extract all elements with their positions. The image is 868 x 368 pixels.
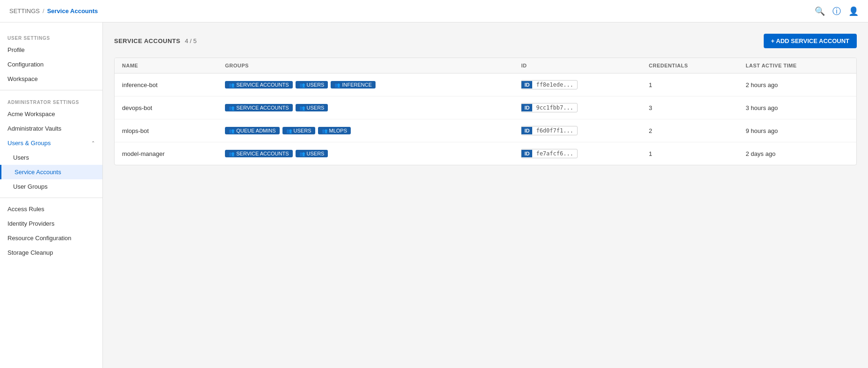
table-body: inference-bot👥SERVICE ACCOUNTS👥USERS👥INF… bbox=[115, 74, 856, 165]
id-label: ID bbox=[521, 127, 532, 134]
group-tag-label: MLOPS bbox=[329, 128, 347, 133]
group-tag-label: QUEUE ADMINS bbox=[236, 128, 275, 133]
add-service-account-button[interactable]: + ADD SERVICE ACCOUNT bbox=[764, 34, 857, 48]
sidebar-item-configuration[interactable]: Configuration bbox=[0, 57, 102, 72]
admin-settings-label: ADMINISTRATOR SETTINGS bbox=[0, 94, 102, 107]
col-name: NAME bbox=[115, 58, 217, 74]
group-tag-icon: 👥 bbox=[229, 128, 234, 133]
page-title: SERVICE ACCOUNTS bbox=[114, 37, 181, 44]
sidebar-item-admin-vaults[interactable]: Administrator Vaults bbox=[0, 121, 102, 136]
sidebar-item-user-groups[interactable]: User Groups bbox=[0, 179, 102, 194]
breadcrumb: SETTINGS / Service Accounts bbox=[9, 7, 98, 15]
breadcrumb-current: Service Accounts bbox=[47, 7, 98, 15]
cell-name: model-manager bbox=[115, 142, 217, 165]
id-badge[interactable]: IDfe7afcf6... bbox=[521, 149, 577, 158]
id-value: fe7afcf6... bbox=[532, 149, 577, 158]
group-tag[interactable]: 👥USERS bbox=[296, 81, 328, 88]
col-id: ID bbox=[514, 58, 641, 74]
group-tag-icon: 👥 bbox=[299, 82, 305, 88]
id-label: ID bbox=[521, 81, 532, 88]
cell-name: devops-bot bbox=[115, 96, 217, 119]
group-tag[interactable]: 👥SERVICE ACCOUNTS bbox=[225, 150, 292, 157]
id-badge[interactable]: ID9cc1fbb7... bbox=[521, 103, 577, 112]
help-icon[interactable]: ⓘ bbox=[832, 6, 841, 17]
group-tag-icon: 👥 bbox=[334, 82, 340, 88]
layout: USER SETTINGS Profile Configuration Work… bbox=[0, 22, 868, 368]
group-tag-label: INFERENCE bbox=[342, 82, 372, 88]
sidebar-item-access-rules[interactable]: Access Rules bbox=[0, 202, 102, 216]
sidebar-item-storage-cleanup[interactable]: Storage Cleanup bbox=[0, 245, 102, 260]
cell-credentials: 1 bbox=[641, 142, 738, 165]
id-label: ID bbox=[521, 104, 532, 111]
table-header: NAME GROUPS ID CREDENTIALS LAST ACTIVE T… bbox=[115, 58, 856, 74]
group-tag[interactable]: 👥SERVICE ACCOUNTS bbox=[225, 104, 292, 111]
group-tag-icon: 👥 bbox=[322, 128, 327, 133]
group-tag[interactable]: 👥USERS bbox=[296, 104, 328, 111]
id-badge[interactable]: IDf6d0f7f1... bbox=[521, 126, 577, 135]
id-value: f6d0f7f1... bbox=[532, 126, 577, 135]
col-groups: GROUPS bbox=[217, 58, 514, 74]
id-badge[interactable]: IDff8e1ede... bbox=[521, 80, 577, 89]
sidebar-item-resource-configuration[interactable]: Resource Configuration bbox=[0, 231, 102, 245]
sidebar-users-groups-header[interactable]: Users & Groups ⌃ bbox=[0, 136, 102, 150]
group-tag[interactable]: 👥QUEUE ADMINS bbox=[225, 127, 279, 134]
sidebar-divider-2 bbox=[0, 198, 102, 198]
sidebar-item-workspace[interactable]: Workspace bbox=[0, 72, 102, 86]
cell-last-active: 3 hours ago bbox=[738, 96, 856, 119]
sidebar: USER SETTINGS Profile Configuration Work… bbox=[0, 22, 103, 368]
topbar-icons: 🔍 ⓘ 👤 bbox=[815, 6, 859, 17]
group-tag-label: USERS bbox=[307, 82, 325, 88]
cell-id: IDfe7afcf6... bbox=[514, 142, 641, 165]
cell-groups: 👥SERVICE ACCOUNTS👥USERS bbox=[217, 142, 514, 165]
cell-last-active: 2 days ago bbox=[738, 142, 856, 165]
search-icon[interactable]: 🔍 bbox=[815, 6, 825, 16]
cell-name: inference-bot bbox=[115, 74, 217, 96]
group-tag-label: SERVICE ACCOUNTS bbox=[236, 151, 289, 156]
cell-groups: 👥SERVICE ACCOUNTS👥USERS👥INFERENCE bbox=[217, 74, 514, 96]
service-accounts-table: NAME GROUPS ID CREDENTIALS LAST ACTIVE T… bbox=[115, 58, 856, 165]
sidebar-item-acme-workspace[interactable]: Acme Workspace bbox=[0, 107, 102, 121]
group-tag-icon: 👥 bbox=[299, 151, 305, 156]
table-row[interactable]: devops-bot👥SERVICE ACCOUNTS👥USERSID9cc1f… bbox=[115, 96, 856, 119]
group-tag[interactable]: 👥USERS bbox=[282, 127, 315, 134]
group-tag[interactable]: 👥MLOPS bbox=[318, 127, 351, 134]
topbar: SETTINGS / Service Accounts 🔍 ⓘ 👤 bbox=[0, 0, 868, 22]
cell-credentials: 2 bbox=[641, 119, 738, 142]
page-title-container: SERVICE ACCOUNTS 4 / 5 bbox=[114, 37, 197, 44]
service-accounts-table-container: NAME GROUPS ID CREDENTIALS LAST ACTIVE T… bbox=[114, 58, 857, 165]
sidebar-users-groups-label: Users & Groups bbox=[7, 140, 51, 147]
cell-id: ID9cc1fbb7... bbox=[514, 96, 641, 119]
table-row[interactable]: model-manager👥SERVICE ACCOUNTS👥USERSIDfe… bbox=[115, 142, 856, 165]
group-tag[interactable]: 👥INFERENCE bbox=[331, 81, 376, 88]
sidebar-item-profile[interactable]: Profile bbox=[0, 43, 102, 57]
sidebar-item-users[interactable]: Users bbox=[0, 150, 102, 165]
user-icon[interactable]: 👤 bbox=[848, 6, 859, 16]
group-tag[interactable]: 👥SERVICE ACCOUNTS bbox=[225, 81, 292, 88]
id-label: ID bbox=[521, 150, 532, 157]
id-value: 9cc1fbb7... bbox=[532, 103, 577, 112]
group-tag-icon: 👥 bbox=[229, 151, 234, 156]
group-tag-label: SERVICE ACCOUNTS bbox=[236, 105, 289, 110]
breadcrumb-settings[interactable]: SETTINGS bbox=[9, 7, 40, 15]
page-count: 4 / 5 bbox=[185, 37, 196, 44]
group-tag[interactable]: 👥USERS bbox=[296, 150, 328, 157]
group-tag-icon: 👥 bbox=[286, 128, 292, 133]
user-settings-label: USER SETTINGS bbox=[0, 30, 102, 43]
breadcrumb-separator: / bbox=[43, 7, 44, 15]
sidebar-item-identity-providers[interactable]: Identity Providers bbox=[0, 216, 102, 231]
chevron-up-icon: ⌃ bbox=[91, 140, 95, 146]
group-tag-icon: 👥 bbox=[229, 105, 234, 110]
cell-name: mlops-bot bbox=[115, 119, 217, 142]
main-content: SERVICE ACCOUNTS 4 / 5 + ADD SERVICE ACC… bbox=[103, 22, 868, 368]
cell-groups: 👥QUEUE ADMINS👥USERS👥MLOPS bbox=[217, 119, 514, 142]
cell-last-active: 2 hours ago bbox=[738, 74, 856, 96]
table-row[interactable]: inference-bot👥SERVICE ACCOUNTS👥USERS👥INF… bbox=[115, 74, 856, 96]
group-tag-label: SERVICE ACCOUNTS bbox=[236, 82, 289, 88]
sidebar-divider bbox=[0, 90, 102, 90]
cell-credentials: 1 bbox=[641, 74, 738, 96]
table-row[interactable]: mlops-bot👥QUEUE ADMINS👥USERS👥MLOPSIDf6d0… bbox=[115, 119, 856, 142]
cell-id: IDff8e1ede... bbox=[514, 74, 641, 96]
sidebar-item-service-accounts[interactable]: Service Accounts bbox=[0, 165, 102, 179]
group-tag-label: USERS bbox=[294, 128, 311, 133]
page-header: SERVICE ACCOUNTS 4 / 5 + ADD SERVICE ACC… bbox=[114, 34, 857, 48]
